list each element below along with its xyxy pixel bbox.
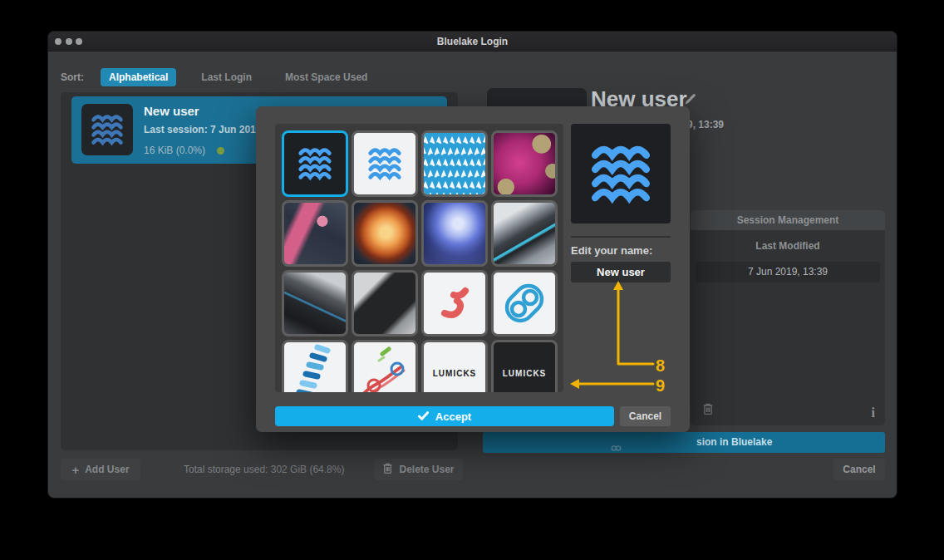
sort-label: Sort:: [61, 71, 84, 83]
checkmark-icon: [418, 410, 429, 423]
avatar-option-instrument-photo-3[interactable]: [352, 270, 418, 336]
waves-icon: [89, 111, 125, 148]
edit-name-label: Edit your name:: [571, 244, 652, 257]
user-avatar: [81, 104, 133, 155]
title-bar: Bluelake Login: [48, 32, 897, 52]
avatar-option-blue-plasmid-icon[interactable]: [491, 270, 558, 336]
avatar-option-sphere-photo[interactable]: [421, 200, 488, 267]
edit-name-pencil-icon[interactable]: [684, 92, 697, 106]
session-management-panel: Session Management Last Modified 7 Jun 2…: [691, 210, 885, 425]
avatar-option-dna-strands-icon[interactable]: [352, 340, 418, 392]
avatar-option-lumicks-logo-dark[interactable]: LUMICKS: [491, 340, 558, 392]
last-modified-header: Last Modified: [691, 240, 885, 252]
red-helix-icon: [424, 273, 485, 334]
dialog-cancel-button[interactable]: Cancel: [620, 406, 671, 426]
open-session-label: sion in Bluelake: [696, 432, 772, 453]
traffic-light-close-button[interactable]: [55, 38, 61, 45]
online-status-dot: [217, 147, 224, 155]
waves-pattern: [424, 133, 485, 194]
session-management-tab[interactable]: Session Management: [691, 210, 885, 230]
sort-option-alphabetical[interactable]: Alphabetical: [101, 68, 176, 86]
info-icon[interactable]: i: [872, 405, 875, 420]
trash-icon[interactable]: [702, 402, 714, 419]
avatar-option-dashed-helix-icon[interactable]: [282, 340, 348, 392]
traffic-light-zoom-button[interactable]: [76, 38, 82, 45]
detail-cancel-button[interactable]: Cancel: [833, 459, 885, 480]
avatar-option-instrument-photo-1[interactable]: [491, 200, 558, 267]
lumicks-logo-text: LUMICKS: [503, 369, 547, 378]
dna-strands-icon: [354, 342, 415, 392]
sort-option-most-space-used[interactable]: Most Space Used: [277, 68, 376, 86]
avatar-option-waves-dark[interactable]: [282, 130, 348, 197]
traffic-light-minimize-button[interactable]: [66, 38, 72, 45]
trash-icon: [382, 462, 393, 477]
waves-icon: [366, 145, 404, 183]
window-title: Bluelake Login: [48, 32, 897, 52]
accept-button[interactable]: Accept: [275, 406, 614, 426]
add-user-button[interactable]: + Add User: [61, 459, 140, 480]
plus-icon: +: [71, 463, 79, 477]
avatar-option-waves-light[interactable]: [352, 130, 418, 197]
avatar-grid: LUMICKSLUMICKS: [275, 124, 563, 392]
sort-bar: Sort: Alphabetical Last Login Most Space…: [61, 68, 376, 86]
avatar-option-lumicks-logo-light[interactable]: LUMICKS: [421, 340, 488, 392]
user-name: New user: [144, 104, 199, 118]
dashed-helix-icon: [284, 342, 346, 392]
link-icon: [610, 440, 622, 454]
bluelake-login-window: Bluelake Login Sort: Alphabetical Last L…: [47, 31, 897, 499]
delete-user-button[interactable]: Delete User: [374, 459, 463, 480]
avatar-option-red-helix-icon[interactable]: [421, 270, 488, 336]
avatar-option-cell-photo[interactable]: [491, 130, 558, 197]
avatar-option-instrument-photo-2[interactable]: [282, 270, 348, 336]
sort-option-last-login[interactable]: Last Login: [193, 68, 260, 86]
avatar-option-dna-photo[interactable]: [282, 200, 348, 267]
last-modified-row[interactable]: 7 Jun 2019, 13:39: [696, 262, 880, 282]
waves-icon: [296, 145, 334, 183]
waves-icon: [587, 140, 655, 208]
avatar-option-protein-photo[interactable]: [352, 200, 418, 267]
avatar-option-waves-pattern[interactable]: [421, 130, 488, 197]
blue-plasmid-icon: [494, 273, 555, 334]
selected-avatar-preview: [571, 124, 671, 224]
divider: [571, 236, 671, 238]
open-session-in-bluelake-button[interactable]: sion in Bluelake: [483, 432, 885, 453]
lumicks-logo-text: LUMICKS: [433, 369, 477, 378]
avatar-picker-dialog: LUMICKSLUMICKS Edit your name: New user …: [256, 106, 690, 432]
total-storage-text: Total storage used: 302 GiB (64.8%): [184, 464, 344, 475]
user-storage: 16 KiB (0.0%): [144, 145, 224, 156]
name-input[interactable]: New user: [571, 262, 671, 282]
